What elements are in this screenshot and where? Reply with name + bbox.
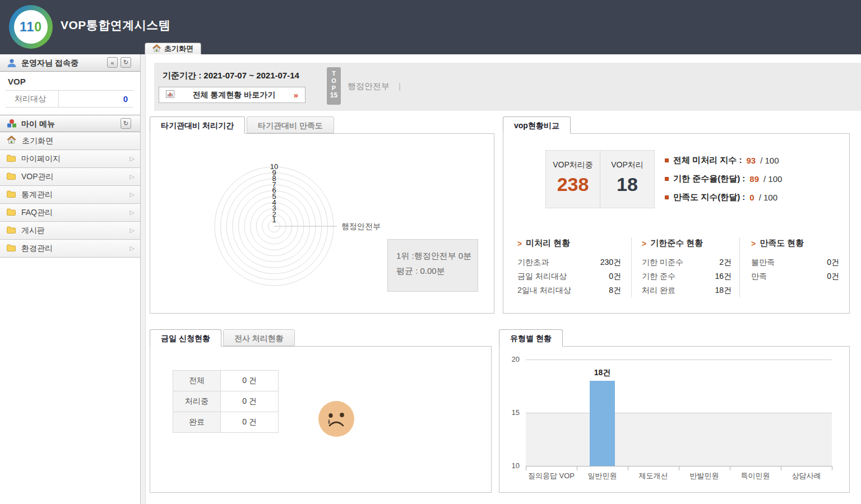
tab-processing-time[interactable]: 타기관대비 처리기간: [150, 116, 245, 134]
bar-chart-icon: [166, 90, 174, 100]
my-menu-bar: 마이 메뉴 ↻: [0, 115, 140, 132]
folder-icon: [7, 208, 16, 218]
stat-value: 18: [600, 174, 654, 195]
status-row: 불만족0건: [751, 255, 839, 269]
sidebar-item-env-mgmt[interactable]: 환경관리 ▷: [0, 240, 140, 258]
stat-label: VOP처리중: [546, 160, 600, 170]
sidebar-item-board[interactable]: 게시판 ▷: [0, 222, 140, 240]
bar-chart-column: [628, 360, 679, 466]
sidebar-item-vop-mgmt[interactable]: VOP관리 ▷: [0, 168, 140, 186]
sidebar-item-stats-mgmt[interactable]: 통계관리 ▷: [0, 186, 140, 204]
sidebar-splitter[interactable]: [140, 54, 146, 504]
all-stats-link-button[interactable]: 전체 통계현황 바로가기 »: [159, 87, 305, 103]
table-row: 전체 0 건: [173, 371, 279, 391]
column-deadline: >기한준수 현황 기한 미준수2건 기한 준수16건 처리 완료18건: [631, 238, 739, 297]
folder-icon: [7, 172, 16, 182]
folder-icon: [7, 226, 16, 236]
row-value: 18건: [715, 286, 732, 296]
chevron-right-icon: ▷: [130, 173, 135, 180]
status-row: 기한 미준수2건: [642, 255, 732, 269]
bar-chart-column: [679, 360, 730, 466]
home-icon: [152, 44, 161, 54]
folder-icon: [7, 190, 16, 200]
tab-satisfaction[interactable]: 타기관대비 만족도: [247, 116, 334, 133]
tab-vop-compare[interactable]: vop현황비교: [503, 116, 571, 134]
vop-pending-count: 0: [59, 91, 133, 107]
sidebar-user-bar: 운영자님 접속중 « ↻: [0, 54, 140, 72]
app-header: 110 VOP통합연계시스템 초기화면: [0, 0, 861, 54]
row-label: 만족: [751, 272, 767, 282]
y-axis-tick-label: 10: [504, 461, 520, 470]
index-value: 89: [749, 174, 759, 184]
sidebar-item-home[interactable]: 초기화면: [0, 132, 140, 150]
x-axis-tick: [679, 466, 679, 470]
index-total: / 100: [759, 193, 777, 202]
column-title-text: 미처리 현황: [526, 238, 570, 249]
index-value: 0: [749, 193, 754, 202]
my-menu-icon: [7, 119, 17, 130]
row-value: 8건: [609, 286, 621, 296]
app-title: VOP통합연계시스템: [61, 17, 170, 33]
column-title: >기한준수 현황: [642, 238, 732, 249]
sidebar-item-label: 환경관리: [21, 244, 53, 254]
x-axis-tick: [781, 466, 781, 470]
my-menu-refresh-button[interactable]: ↻: [121, 118, 131, 129]
vop-pending-row[interactable]: 처리대상 0: [6, 90, 133, 108]
processing-time-box: 12345678910행정안전부 1위 :행정안전부 0분 평균 : 0.00분: [150, 133, 494, 314]
bar-chart-category-label: 제도개선: [628, 471, 679, 481]
bar: 18건: [590, 381, 615, 466]
panel-today-requests: 금일 신청현황 전사 처리현황 전체 0 건 처리중 0 건: [150, 329, 492, 493]
agency-link[interactable]: 행정안전부: [348, 81, 390, 92]
row-value: 0 건: [221, 371, 279, 391]
logo-text: 110: [14, 10, 48, 44]
top15-agency-list: 행정안전부 |: [348, 81, 401, 92]
stat-box-processed: VOP처리 18: [600, 151, 654, 208]
top15-badge: T O P 15: [327, 67, 341, 105]
index-total: / 100: [760, 156, 779, 165]
user-icon: [7, 58, 17, 70]
bar-chart-category-axis: 질의응답 VOP일반민원제도개선반발민원특이민원상담사례: [526, 471, 832, 481]
sidebar-item-faq-mgmt[interactable]: FAQ관리 ▷: [0, 204, 140, 222]
sidebar-item-mypage[interactable]: 마이페이지 ▷: [0, 150, 140, 168]
home-icon: [7, 136, 16, 146]
row-label: 불만족: [751, 258, 775, 268]
y-axis-tick-label: 15: [504, 408, 520, 417]
top15-letter: O: [327, 77, 341, 85]
status-columns: >미처리 현황 기한초과230건 금일 처리대상0건 2일내 처리대상8건 >기…: [517, 238, 839, 297]
sidebar-item-label: 통계관리: [21, 190, 53, 200]
tab-today-requests[interactable]: 금일 신청현황: [150, 329, 221, 347]
double-arrow-icon: »: [294, 90, 298, 100]
sidebar-item-label: 초기화면: [22, 136, 53, 146]
tab-home-screen[interactable]: 초기화면: [145, 43, 201, 54]
row-label: 기한 미준수: [642, 258, 683, 268]
row-value: 0건: [609, 272, 621, 282]
stat-box-processing: VOP처리중 238: [546, 151, 600, 208]
bar-chart-category-label: 질의응답 VOP: [526, 471, 577, 481]
table-row: 처리중 0 건: [173, 391, 279, 412]
folder-icon: [7, 244, 16, 254]
by-type-box: 20 15 10 18건 질의응답 VOP일반민원제도개선반발민원특이민원상담사…: [499, 346, 850, 493]
sidebar-refresh-button[interactable]: ↻: [121, 57, 131, 68]
panel-by-type: 유형별 현황 20 15 10 18건 질의응답 VOP일반민원제도개선반발민원…: [499, 329, 850, 493]
agency-separator: |: [399, 81, 401, 92]
home-tab-label: 초기화면: [164, 44, 193, 54]
column-title: >미처리 현황: [517, 238, 621, 249]
tab-company-processing[interactable]: 전사 처리현황: [223, 329, 295, 346]
logo-11: 11: [20, 20, 34, 35]
sidebar-collapse-button[interactable]: «: [107, 57, 118, 68]
tab-by-type[interactable]: 유형별 현황: [499, 329, 563, 347]
row-label: 2일내 처리대상: [517, 286, 571, 296]
app-logo-110-icon: 110: [9, 5, 53, 49]
my-menu-title: 마이 메뉴: [21, 119, 55, 129]
chevron-right-icon: ▷: [130, 227, 135, 234]
radar-axis-label: 행정안전부: [341, 222, 381, 231]
bar-chart-category-label: 특이민원: [730, 471, 781, 481]
row-value: 230건: [600, 258, 621, 268]
all-stats-button-label: 전체 통계현황 바로가기: [179, 90, 289, 100]
status-row: 처리 완료18건: [642, 283, 732, 297]
chevron-right-icon: ▷: [130, 245, 135, 252]
x-axis-tick: [832, 466, 832, 470]
chevron-right-icon: ▷: [130, 191, 135, 198]
sidebar-menu: 초기화면 마이페이지 ▷ VOP관리 ▷ 통계관리 ▷ FAQ관리 ▷: [0, 132, 140, 258]
status-row: 기한 준수16건: [642, 269, 732, 283]
